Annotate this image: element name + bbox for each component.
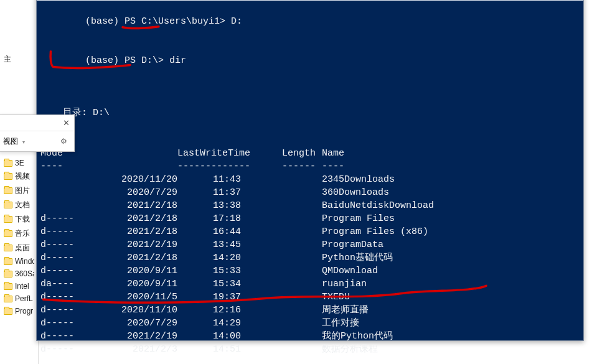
sidebar-item-label: 视频 xyxy=(15,171,30,182)
folder-icon xyxy=(4,296,12,302)
cell-name: Python基础代码 xyxy=(316,251,581,264)
cell-mode: d----- xyxy=(40,330,85,343)
cell-time: 11:43 xyxy=(177,173,241,186)
cell-name: 数据分析课程 xyxy=(316,343,581,356)
cell-length xyxy=(241,343,316,356)
dir-dash-row: ---- ------------- ------ ---- xyxy=(40,160,581,173)
sidebar-item[interactable]: 360Sa xyxy=(0,268,38,280)
sidebar-home-label: 主 xyxy=(4,54,11,65)
sidebar-home[interactable]: 主 xyxy=(0,52,38,67)
sidebar-item[interactable]: PerfL xyxy=(0,292,38,305)
cell-length xyxy=(241,264,316,278)
view-label: 视图 xyxy=(3,137,18,146)
sidebar-item[interactable]: 桌面 xyxy=(0,241,38,255)
cell-date: 2020/11/5 xyxy=(85,291,177,304)
hdr-name: Name xyxy=(316,147,581,160)
sidebar-item[interactable]: 3E xyxy=(0,157,38,169)
cell-date: 2020/9/11 xyxy=(85,264,177,278)
cell-name: BaiduNetdiskDownload xyxy=(316,199,581,212)
cell-mode xyxy=(40,173,85,186)
sidebar-item[interactable]: 视频 xyxy=(0,169,38,184)
sidebar-item[interactable]: 图片 xyxy=(0,184,38,198)
cell-mode: d----- xyxy=(40,343,85,356)
dir-row: d-----2020/7/2914:29工作对接 xyxy=(40,317,581,330)
sidebar-item-label: Progr xyxy=(15,307,33,315)
cell-time: 11:37 xyxy=(177,186,241,199)
cell-length xyxy=(241,225,316,238)
sidebar-item[interactable]: 下载 xyxy=(0,212,38,226)
sidebar-item-label: 文档 xyxy=(15,200,30,210)
cell-time: 15:34 xyxy=(177,278,241,291)
dir-header-row: Mode LastWriteTime Length Name xyxy=(40,147,581,160)
cell-length xyxy=(241,291,316,304)
sidebar-item[interactable]: 文档 xyxy=(0,198,38,212)
view-dropdown[interactable]: 视图 ▾ xyxy=(3,136,25,147)
folder-icon xyxy=(4,271,12,278)
sidebar-item-label: 音乐 xyxy=(15,228,30,239)
cell-time: 14:20 xyxy=(177,251,241,264)
cell-length xyxy=(241,173,316,186)
cell-name: Program Files (x86) xyxy=(316,225,581,238)
sidebar-item-label: 360Sa xyxy=(15,269,34,278)
hdr-length: Length xyxy=(241,147,316,160)
prompt-2: (base) PS D:\> xyxy=(85,55,169,66)
cell-mode: d----- xyxy=(40,317,85,330)
dir-row: d-----2020/11/519:37TXEDU xyxy=(40,291,581,304)
gear-icon[interactable]: ⚙ xyxy=(58,136,69,147)
cell-mode: d----- xyxy=(40,225,85,238)
cell-time: 17:18 xyxy=(177,212,241,225)
cell-date: 2021/2/19 xyxy=(85,238,177,251)
cell-length xyxy=(241,212,316,225)
prompt-1: (base) PS C:\Users\buyi1> xyxy=(85,16,231,27)
cell-mode: d----- xyxy=(40,264,85,278)
cell-name: 周老师直播 xyxy=(316,304,581,317)
dir-row: d-----2021/2/1814:20Python基础代码 xyxy=(40,251,581,264)
cell-date: 2021/2/18 xyxy=(85,251,177,264)
dir-row: 2020/7/2911:37360Downloads xyxy=(40,186,581,199)
dir-row: d-----2021/2/1914:00我的Python代码 xyxy=(40,330,581,343)
dir-row: da----2020/9/1115:34ruanjian xyxy=(40,278,581,291)
cmd-1: D: xyxy=(231,16,242,27)
cell-date: 2020/7/29 xyxy=(85,317,177,330)
close-icon[interactable]: ✕ xyxy=(62,119,70,128)
cell-length xyxy=(241,330,316,343)
cell-time: 14:29 xyxy=(177,317,241,330)
cell-date: 2020/7/29 xyxy=(85,186,177,199)
cell-mode xyxy=(40,199,85,212)
sidebar-item[interactable]: Progr xyxy=(0,305,38,317)
cell-time: 19:37 xyxy=(177,291,241,304)
cell-mode: d----- xyxy=(40,251,85,264)
dir-row: d-----2020/9/1115:33QMDownload xyxy=(40,264,581,278)
cell-time: 15:33 xyxy=(177,264,241,278)
cell-length xyxy=(241,251,316,264)
tool-palette: ✕ 视图 ▾ ⚙ xyxy=(0,114,75,152)
cell-length xyxy=(241,278,316,291)
cell-mode: da---- xyxy=(40,278,85,291)
sidebar-item-label: PerfL xyxy=(15,294,33,303)
cell-mode: d----- xyxy=(40,291,85,304)
cell-time: 13:45 xyxy=(177,238,241,251)
cell-length xyxy=(241,238,316,251)
sidebar-item[interactable]: Intel xyxy=(0,280,38,292)
folder-icon xyxy=(4,230,12,237)
powershell-terminal[interactable]: (base) PS C:\Users\buyi1> D: (base) PS D… xyxy=(36,0,584,341)
cmd-2: dir xyxy=(169,55,186,66)
explorer-sidebar: 主 3E视频图片文档下载音乐桌面Windo360SaIntelPerfLProg… xyxy=(0,0,39,364)
cell-date: 2021/2/18 xyxy=(85,199,177,212)
sidebar-item[interactable]: 音乐 xyxy=(0,226,38,241)
cell-length xyxy=(241,317,316,330)
cell-mode: d----- xyxy=(40,212,85,225)
cell-time: 14:51 xyxy=(177,343,241,356)
sidebar-item[interactable]: Windo xyxy=(0,255,38,268)
folder-icon xyxy=(4,187,12,194)
cell-date: 2020/9/11 xyxy=(85,278,177,291)
cell-name: ProgramData xyxy=(316,238,581,251)
cell-date: 2021/2/3 xyxy=(85,343,177,356)
dir-row: 2021/2/1813:38BaiduNetdiskDownload xyxy=(40,199,581,212)
cell-mode: d----- xyxy=(40,304,85,317)
folder-icon xyxy=(4,173,12,180)
cell-name: 工作对接 xyxy=(316,317,581,330)
folder-icon xyxy=(4,258,12,265)
folder-icon xyxy=(4,283,12,290)
folder-icon xyxy=(4,160,12,167)
